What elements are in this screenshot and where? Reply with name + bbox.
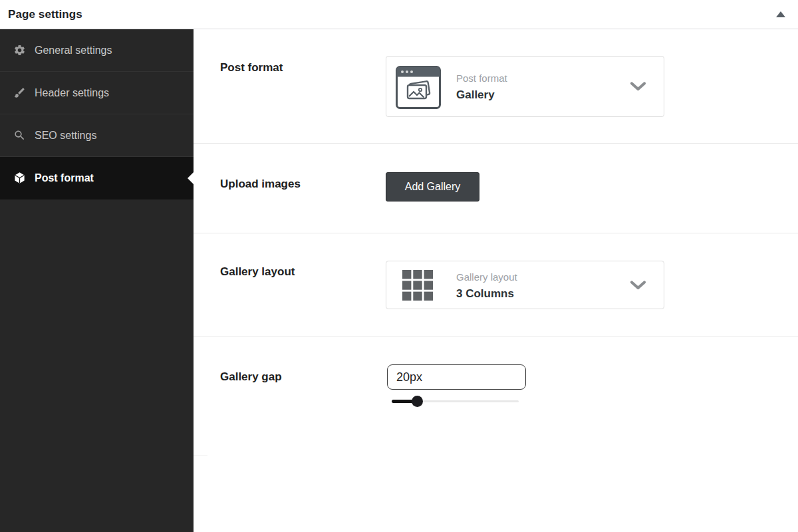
post-format-label: Post format	[220, 62, 283, 73]
grid-3x3-icon	[402, 270, 433, 301]
settings-sidebar: General settings Header settings SEO set…	[0, 29, 194, 532]
sidebar-item-label: Post format	[35, 172, 94, 184]
sidebar-item-general-settings[interactable]: General settings	[0, 29, 194, 72]
select-placeholder: Gallery layout	[456, 271, 517, 281]
gallery-gap-label: Gallery gap	[220, 371, 282, 382]
sidebar-item-post-format[interactable]: Post format	[0, 157, 194, 200]
gear-icon	[13, 44, 26, 57]
chevron-down-icon	[629, 81, 647, 92]
add-gallery-button[interactable]: Add Gallery	[386, 172, 479, 201]
select-value: 3 Columns	[456, 287, 517, 299]
upload-images-label: Upload images	[220, 178, 301, 190]
gallery-layout-label: Gallery layout	[220, 266, 295, 277]
page-title: Page settings	[8, 8, 82, 21]
chevron-down-icon	[629, 279, 647, 291]
gallery-layout-row: Gallery layout Gallery layout 3 Columns	[194, 233, 798, 336]
select-value: Gallery	[456, 89, 507, 100]
post-format-select[interactable]: Post format Gallery	[386, 56, 664, 117]
post-format-row: Post format Post format Gallery	[194, 29, 798, 144]
gallery-gap-slider[interactable]	[392, 396, 519, 407]
panel-header: Page settings	[0, 0, 798, 29]
sidebar-item-label: Header settings	[35, 87, 109, 99]
search-icon	[13, 129, 26, 142]
triangle-up-icon	[776, 11, 785, 17]
gallery-gap-row: Gallery gap	[194, 336, 798, 532]
sidebar-item-label: SEO settings	[35, 130, 96, 142]
select-text-block: Gallery layout 3 Columns	[456, 271, 517, 299]
sidebar-item-label: General settings	[35, 45, 112, 57]
sidebar-item-header-settings[interactable]: Header settings	[0, 72, 194, 114]
browser-gallery-icon	[396, 61, 441, 113]
collapse-panel-button[interactable]	[773, 7, 789, 23]
settings-content: Post format Post format Gallery	[194, 29, 798, 532]
upload-images-row: Upload images Add Gallery	[194, 144, 798, 233]
sidebar-item-seo-settings[interactable]: SEO settings	[0, 114, 194, 157]
active-item-pointer	[188, 172, 194, 184]
slider-handle[interactable]	[412, 396, 423, 407]
select-text-block: Post format Gallery	[456, 73, 507, 100]
gallery-gap-input[interactable]	[387, 364, 526, 390]
brush-icon	[13, 86, 26, 99]
cube-icon	[13, 172, 26, 184]
partial-separator	[194, 456, 207, 456]
gallery-layout-select[interactable]: Gallery layout 3 Columns	[386, 261, 664, 309]
select-placeholder: Post format	[456, 73, 507, 83]
